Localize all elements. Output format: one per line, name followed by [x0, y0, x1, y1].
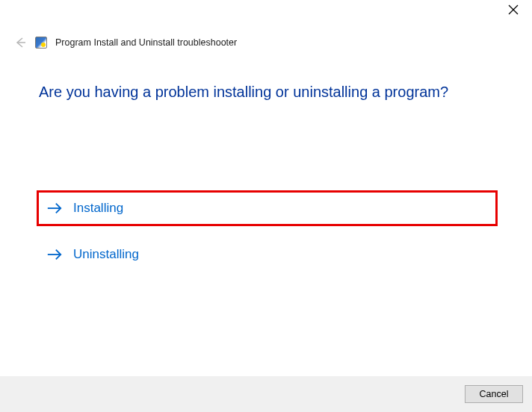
wizard-title: Program Install and Uninstall troublesho…	[55, 37, 237, 48]
back-button[interactable]	[13, 36, 27, 49]
arrow-right-icon	[46, 200, 63, 216]
wizard-content: Are you having a problem installing or u…	[0, 49, 532, 376]
wizard-footer: Cancel	[0, 376, 532, 412]
option-label: Uninstalling	[73, 247, 139, 262]
arrow-right-icon	[46, 246, 63, 263]
troubleshooter-app-icon	[35, 37, 47, 49]
title-bar	[0, 0, 532, 22]
option-label: Installing	[73, 201, 123, 216]
wizard-header: Program Install and Uninstall troublesho…	[0, 22, 532, 49]
options-list: Installing Uninstalling	[39, 190, 493, 272]
close-button[interactable]	[508, 4, 522, 18]
option-installing[interactable]: Installing	[37, 190, 498, 226]
question-heading: Are you having a problem installing or u…	[39, 84, 493, 101]
cancel-button[interactable]: Cancel	[465, 385, 523, 403]
option-uninstalling[interactable]: Uninstalling	[39, 237, 493, 272]
